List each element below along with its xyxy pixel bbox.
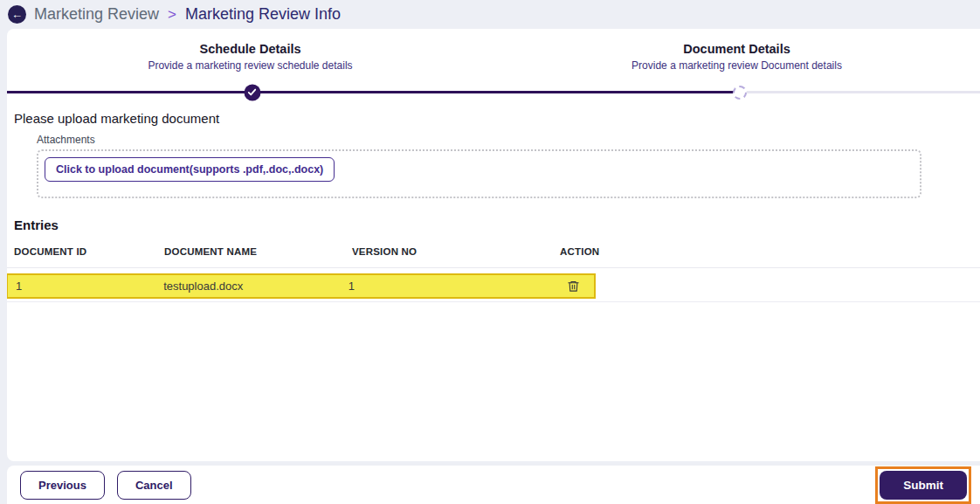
main-panel: Schedule Details Provide a marketing rev… — [7, 29, 980, 461]
row-divider — [7, 301, 980, 302]
step-subtitle: Provide a marketing review schedule deta… — [7, 59, 493, 72]
step-completed-check-icon — [244, 84, 260, 100]
stepper-progress-track — [7, 91, 980, 93]
previous-button[interactable]: Previous — [20, 471, 105, 500]
submit-highlight-outline: Submit — [875, 466, 971, 504]
breadcrumb-separator: > — [167, 6, 177, 24]
column-header-action: ACTION — [560, 246, 602, 257]
step-document-details[interactable]: Document Details Provide a marketing rev… — [493, 42, 980, 72]
step-subtitle: Provide a marketing review Document deta… — [493, 59, 980, 72]
back-button[interactable]: ← — [8, 5, 26, 24]
step-title: Schedule Details — [7, 42, 493, 56]
entries-heading: Entries — [14, 217, 980, 232]
cell-version-no: 1 — [349, 280, 553, 293]
arrow-left-icon: ← — [11, 9, 23, 20]
submit-button[interactable]: Submit — [880, 471, 967, 500]
cell-document-name: testupload.docx — [163, 280, 348, 293]
trash-icon[interactable] — [567, 280, 580, 293]
stepper: Schedule Details Provide a marketing rev… — [7, 29, 980, 93]
breadcrumb-parent[interactable]: Marketing Review — [34, 5, 159, 24]
step-title: Document Details — [493, 42, 980, 56]
step-pending-circle-icon — [733, 86, 747, 100]
footer-action-bar: Previous Cancel Submit — [7, 466, 980, 504]
column-header-document-id: DOCUMENT ID — [14, 246, 164, 257]
cancel-button[interactable]: Cancel — [117, 471, 191, 500]
table-row[interactable]: 1 testupload.docx 1 — [7, 273, 596, 299]
upload-document-button[interactable]: Click to upload document(supports .pdf,.… — [45, 157, 335, 182]
attachments-dropzone[interactable]: Click to upload document(supports .pdf,.… — [37, 149, 921, 198]
step-schedule-details[interactable]: Schedule Details Provide a marketing rev… — [7, 42, 493, 72]
stepper-track-remaining — [740, 91, 980, 93]
column-header-document-name: DOCUMENT NAME — [164, 246, 352, 257]
page-title: Marketing Review Info — [185, 5, 341, 24]
cell-document-id: 1 — [16, 280, 163, 293]
column-header-version-no: VERSION NO — [352, 246, 560, 257]
stepper-track-completed — [7, 91, 740, 93]
table-header-row: DOCUMENT ID DOCUMENT NAME VERSION NO ACT… — [7, 246, 980, 268]
upload-prompt-text: Please upload marketing document — [14, 111, 980, 126]
attachments-label: Attachments — [37, 134, 980, 146]
breadcrumb: ← Marketing Review > Marketing Review In… — [0, 0, 980, 29]
